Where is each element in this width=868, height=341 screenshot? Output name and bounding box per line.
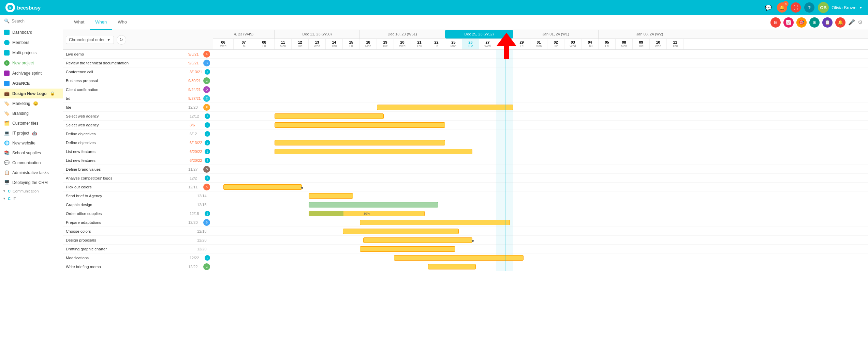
tab-when[interactable]: When bbox=[90, 15, 112, 30]
gantt-bar-graphic-design[interactable] bbox=[309, 202, 438, 207]
sidebar-item-branding[interactable]: 🏷️ Branding bbox=[0, 108, 63, 118]
gantt-bar[interactable] bbox=[275, 122, 445, 128]
task-row[interactable]: Conference call 3/13/21 3 bbox=[63, 67, 213, 76]
filter-button[interactable]: ⊟ bbox=[770, 17, 781, 28]
sidebar-item-agence[interactable]: AGENCE bbox=[0, 78, 63, 89]
communication-section-header[interactable]: ▼ C Communication bbox=[0, 187, 63, 195]
task-date: 11/27 bbox=[188, 167, 201, 171]
task-badge: 2 bbox=[205, 122, 210, 128]
gantt-bar[interactable] bbox=[363, 237, 472, 243]
tab-who[interactable]: Who bbox=[112, 15, 132, 30]
gantt-bar[interactable] bbox=[377, 105, 513, 110]
task-row[interactable]: Analyse competitors' logos 12/2 2 bbox=[63, 174, 213, 183]
task-row[interactable]: fde 12/20 F bbox=[63, 103, 213, 112]
task-row[interactable]: Pick our colors 12/11 A bbox=[63, 183, 213, 191]
book-button[interactable]: 📋 bbox=[822, 17, 833, 28]
task-row[interactable]: Select web agency 3/6 2 bbox=[63, 121, 213, 129]
search-input[interactable] bbox=[12, 19, 59, 24]
refresh-button[interactable]: ↻ bbox=[117, 35, 126, 45]
gantt-bar[interactable] bbox=[275, 149, 472, 154]
task-row[interactable]: List new features 6/20/22 2 bbox=[63, 147, 213, 156]
gantt-day: 21Thu bbox=[411, 39, 428, 49]
gantt-day: 03Wed bbox=[564, 39, 582, 49]
table-button[interactable]: ⊞ bbox=[809, 17, 820, 28]
sidebar-item-new-website[interactable]: 🌐 New website bbox=[0, 138, 63, 148]
sidebar-item-design-new-logo[interactable]: 💼 Design New Logo 🔒 ⋮ bbox=[0, 89, 63, 98]
gantt-day: 05Fri bbox=[599, 39, 616, 49]
task-name: trd bbox=[66, 96, 186, 100]
task-row[interactable]: Write briefing memo 12/22 C bbox=[63, 262, 213, 271]
sidebar-item-multi-projects[interactable]: Multi-projects bbox=[0, 48, 63, 58]
gantt-chart[interactable]: 4. 23 (W49) Dec 11, 23 (W50) Dec 18, 23 … bbox=[213, 30, 868, 341]
gantt-bar[interactable] bbox=[360, 246, 455, 252]
gantt-row bbox=[213, 245, 868, 253]
sidebar-item-school-supplies[interactable]: 📚 School supplies bbox=[0, 148, 63, 158]
task-row[interactable]: Design proposals 12/20 bbox=[63, 236, 213, 245]
gantt-bar[interactable] bbox=[223, 184, 302, 190]
expand-button[interactable]: ⛶ bbox=[791, 2, 801, 13]
task-row[interactable]: Live demo 9/3/21 A bbox=[63, 50, 213, 59]
task-row[interactable]: Client confirmation 9/24/21 D bbox=[63, 85, 213, 94]
gantt-row bbox=[213, 262, 868, 271]
task-row[interactable]: Define objectives 6/13/22 2 bbox=[63, 138, 213, 147]
gantt-row bbox=[213, 165, 868, 174]
gantt-bar[interactable] bbox=[309, 193, 353, 199]
chat-button[interactable]: 💬 bbox=[763, 2, 774, 13]
sidebar-item-new-project[interactable]: + New project bbox=[0, 58, 63, 68]
sidebar-item-members[interactable]: Members bbox=[0, 37, 63, 48]
settings-icon[interactable]: ⚙ bbox=[858, 19, 863, 26]
sort-dropdown[interactable]: Chronological order ▼ bbox=[66, 36, 114, 44]
sidebar-item-archivage-sprint[interactable]: Archivage sprint ⋮ bbox=[0, 68, 63, 78]
microphone-icon[interactable]: 🎤 bbox=[848, 19, 855, 26]
sidebar-item-dashboard[interactable]: Dashboard bbox=[0, 27, 63, 37]
task-row[interactable]: Review the technical documentation 9/6/2… bbox=[63, 59, 213, 67]
task-row[interactable]: Drafting graphic charter 12/20 bbox=[63, 245, 213, 253]
help-button[interactable]: ? bbox=[804, 2, 814, 13]
target-button[interactable]: 🎯 bbox=[796, 17, 807, 28]
notifications-button[interactable]: 🔔 4 bbox=[777, 2, 787, 13]
bell-button[interactable]: 🔔 bbox=[835, 17, 845, 28]
task-row[interactable]: Select web agency 12/12 2 bbox=[63, 112, 213, 121]
task-row[interactable]: Send brief to Agency 12/14 bbox=[63, 191, 213, 200]
task-row[interactable]: Order office supplies 12/15 2 bbox=[63, 209, 213, 218]
task-badge: 2 bbox=[205, 131, 210, 137]
task-row[interactable]: Graphic design 12/15 bbox=[63, 200, 213, 209]
gantt-row bbox=[213, 183, 868, 191]
task-date: 12/20 bbox=[197, 238, 210, 242]
task-row[interactable]: trd 9/27/21 E bbox=[63, 94, 213, 103]
chart-button[interactable]: 📈 bbox=[783, 17, 794, 28]
gantt-bar[interactable] bbox=[360, 220, 510, 225]
gantt-day: 15Fri bbox=[343, 39, 360, 49]
gantt-bar[interactable] bbox=[428, 264, 476, 269]
user-menu[interactable]: OB Olivia Brown ▼ bbox=[818, 2, 863, 13]
sidebar-item-customer-files[interactable]: 🗂️ Customer files bbox=[0, 118, 63, 128]
it-section-header[interactable]: ▼ C IT bbox=[0, 195, 63, 202]
nav-left: b beesbusy bbox=[5, 3, 41, 12]
sidebar-item-communication[interactable]: 💬 Communication bbox=[0, 158, 63, 168]
task-name: Review the technical documentation bbox=[66, 61, 186, 65]
gantt-bar[interactable] bbox=[343, 229, 459, 234]
gantt-bar[interactable] bbox=[275, 113, 384, 119]
task-avatar: D bbox=[203, 86, 210, 93]
sidebar-item-it-project[interactable]: 💻 IT project 🤖 bbox=[0, 128, 63, 138]
sidebar-item-administrative-tasks[interactable]: 📋 Administrative tasks bbox=[0, 168, 63, 177]
tab-what[interactable]: What bbox=[69, 15, 90, 30]
gantt-bar[interactable] bbox=[394, 255, 524, 261]
task-name: Define objectives bbox=[66, 141, 188, 145]
gantt-header: 4. 23 (W49) Dec 11, 23 (W50) Dec 18, 23 … bbox=[213, 30, 868, 50]
task-row[interactable]: Define brand values 11/27 G bbox=[63, 165, 213, 174]
sidebar-item-marketing[interactable]: 🏷️ Marketing 😊 bbox=[0, 98, 63, 108]
task-row[interactable]: Prepare adaptations 12/20 B bbox=[63, 218, 213, 227]
task-row[interactable]: Business proposal 9/30/21 C bbox=[63, 76, 213, 85]
task-row[interactable]: Choose colors 12/18 bbox=[63, 227, 213, 236]
gantt-bar[interactable] bbox=[275, 140, 445, 145]
sidebar-item-deploying-crm[interactable]: 🖥️ Deploying the CRM bbox=[0, 177, 63, 187]
gantt-bar-order-supplies[interactable]: 30% bbox=[309, 211, 425, 216]
task-row[interactable]: List new features 6/20/22 2 bbox=[63, 156, 213, 165]
search-box[interactable]: 🔍 bbox=[0, 15, 63, 27]
task-row[interactable]: Modifications 12/22 2 bbox=[63, 253, 213, 262]
tab-actions: ⊟ 📈 🎯 ⊞ 📋 🔔 🎤 ⚙ bbox=[770, 17, 863, 28]
logo[interactable]: b beesbusy bbox=[5, 3, 41, 12]
task-row[interactable]: Define objectives 6/12 2 bbox=[63, 129, 213, 138]
task-name: Graphic design bbox=[66, 203, 195, 207]
